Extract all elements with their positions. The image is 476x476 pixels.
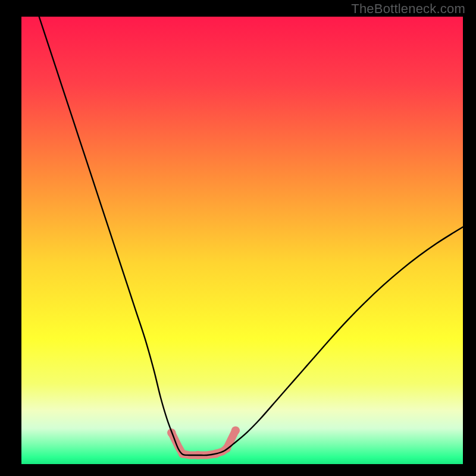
chart-svg (21, 17, 463, 464)
watermark-text: TheBottleneck.com (351, 1, 465, 17)
chart-background (21, 17, 463, 464)
trough-dot (231, 426, 240, 434)
chart-frame: TheBottleneck.com (0, 0, 476, 476)
chart-plot-area (21, 17, 463, 464)
